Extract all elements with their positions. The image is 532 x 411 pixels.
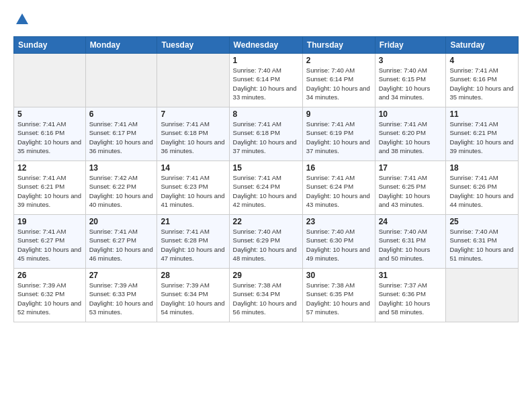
day-number: 4	[449, 56, 515, 65]
day-info: Sunrise: 7:41 AM Sunset: 6:19 PM Dayligh…	[306, 120, 371, 155]
calendar-week-0: 1Sunrise: 7:40 AM Sunset: 6:14 PM Daylig…	[14, 54, 519, 107]
day-info: Sunrise: 7:37 AM Sunset: 6:36 PM Dayligh…	[379, 281, 443, 316]
day-info: Sunrise: 7:39 AM Sunset: 6:33 PM Dayligh…	[89, 281, 154, 316]
calendar-cell: 4Sunrise: 7:41 AM Sunset: 6:16 PM Daylig…	[446, 54, 519, 107]
day-number: 9	[306, 109, 371, 119]
day-info: Sunrise: 7:39 AM Sunset: 6:34 PM Dayligh…	[161, 281, 225, 316]
calendar-week-3: 19Sunrise: 7:41 AM Sunset: 6:27 PM Dayli…	[14, 215, 519, 269]
day-number: 13	[89, 163, 154, 173]
calendar-cell: 23Sunrise: 7:40 AM Sunset: 6:30 PM Dayli…	[302, 215, 375, 269]
day-info: Sunrise: 7:41 AM Sunset: 6:26 PM Dayligh…	[449, 173, 515, 209]
day-number: 30	[306, 271, 371, 280]
calendar-header-friday: Friday	[375, 37, 446, 54]
day-info: Sunrise: 7:41 AM Sunset: 6:27 PM Dayligh…	[89, 227, 154, 263]
day-number: 10	[379, 109, 443, 119]
day-number: 18	[449, 163, 515, 173]
calendar-cell: 28Sunrise: 7:39 AM Sunset: 6:34 PM Dayli…	[157, 269, 229, 322]
day-info: Sunrise: 7:40 AM Sunset: 6:14 PM Dayligh…	[306, 66, 371, 101]
day-number: 19	[17, 217, 82, 226]
calendar-cell: 3Sunrise: 7:40 AM Sunset: 6:15 PM Daylig…	[375, 54, 446, 107]
calendar-header-thursday: Thursday	[302, 37, 375, 54]
day-number: 3	[379, 56, 443, 65]
calendar-cell: 11Sunrise: 7:41 AM Sunset: 6:21 PM Dayli…	[446, 107, 519, 161]
day-info: Sunrise: 7:39 AM Sunset: 6:32 PM Dayligh…	[17, 281, 82, 316]
calendar-week-4: 26Sunrise: 7:39 AM Sunset: 6:32 PM Dayli…	[14, 269, 519, 322]
calendar-cell: 27Sunrise: 7:39 AM Sunset: 6:33 PM Dayli…	[85, 269, 157, 322]
day-number: 1	[233, 56, 299, 65]
calendar-cell: 25Sunrise: 7:40 AM Sunset: 6:31 PM Dayli…	[446, 215, 519, 269]
calendar-cell: 21Sunrise: 7:41 AM Sunset: 6:28 PM Dayli…	[157, 215, 229, 269]
day-info: Sunrise: 7:41 AM Sunset: 6:20 PM Dayligh…	[379, 120, 443, 155]
calendar-cell: 7Sunrise: 7:41 AM Sunset: 6:18 PM Daylig…	[157, 107, 229, 161]
day-number: 17	[379, 163, 443, 173]
day-info: Sunrise: 7:41 AM Sunset: 6:25 PM Dayligh…	[379, 173, 443, 209]
day-number: 20	[89, 217, 154, 226]
day-info: Sunrise: 7:41 AM Sunset: 6:16 PM Dayligh…	[449, 66, 515, 101]
day-number: 21	[161, 217, 225, 226]
calendar-cell	[85, 54, 157, 107]
day-number: 15	[233, 163, 299, 173]
day-info: Sunrise: 7:41 AM Sunset: 6:24 PM Dayligh…	[233, 173, 299, 209]
calendar-cell: 5Sunrise: 7:41 AM Sunset: 6:16 PM Daylig…	[14, 107, 86, 161]
day-number: 2	[306, 56, 371, 65]
calendar-cell: 29Sunrise: 7:38 AM Sunset: 6:34 PM Dayli…	[229, 269, 302, 322]
day-number: 29	[233, 271, 299, 280]
day-number: 23	[306, 217, 371, 226]
day-info: Sunrise: 7:38 AM Sunset: 6:35 PM Dayligh…	[306, 281, 371, 316]
day-number: 12	[17, 163, 82, 173]
calendar-cell: 12Sunrise: 7:41 AM Sunset: 6:21 PM Dayli…	[14, 161, 86, 215]
calendar-cell: 26Sunrise: 7:39 AM Sunset: 6:32 PM Dayli…	[14, 269, 86, 322]
day-info: Sunrise: 7:40 AM Sunset: 6:29 PM Dayligh…	[233, 227, 299, 263]
calendar-cell	[446, 269, 519, 322]
day-info: Sunrise: 7:41 AM Sunset: 6:18 PM Dayligh…	[233, 120, 299, 155]
calendar-cell	[157, 54, 229, 107]
calendar-cell: 22Sunrise: 7:40 AM Sunset: 6:29 PM Dayli…	[229, 215, 302, 269]
day-number: 27	[89, 271, 154, 280]
calendar-cell: 15Sunrise: 7:41 AM Sunset: 6:24 PM Dayli…	[229, 161, 302, 215]
day-number: 26	[17, 271, 82, 280]
day-info: Sunrise: 7:41 AM Sunset: 6:21 PM Dayligh…	[17, 173, 82, 209]
day-number: 6	[89, 109, 154, 119]
calendar-header-tuesday: Tuesday	[157, 37, 229, 54]
calendar-cell: 24Sunrise: 7:40 AM Sunset: 6:31 PM Dayli…	[375, 215, 446, 269]
day-info: Sunrise: 7:41 AM Sunset: 6:23 PM Dayligh…	[161, 173, 225, 209]
day-info: Sunrise: 7:40 AM Sunset: 6:31 PM Dayligh…	[449, 227, 515, 263]
day-number: 8	[233, 109, 299, 119]
calendar-cell: 20Sunrise: 7:41 AM Sunset: 6:27 PM Dayli…	[85, 215, 157, 269]
day-info: Sunrise: 7:40 AM Sunset: 6:14 PM Dayligh…	[233, 66, 299, 101]
calendar-week-2: 12Sunrise: 7:41 AM Sunset: 6:21 PM Dayli…	[14, 161, 519, 215]
calendar-cell: 1Sunrise: 7:40 AM Sunset: 6:14 PM Daylig…	[229, 54, 302, 107]
day-info: Sunrise: 7:40 AM Sunset: 6:15 PM Dayligh…	[379, 66, 443, 101]
calendar-cell: 19Sunrise: 7:41 AM Sunset: 6:27 PM Dayli…	[14, 215, 86, 269]
logo-icon	[15, 12, 30, 27]
day-number: 16	[306, 163, 371, 173]
day-info: Sunrise: 7:41 AM Sunset: 6:21 PM Dayligh…	[449, 120, 515, 155]
calendar-cell: 9Sunrise: 7:41 AM Sunset: 6:19 PM Daylig…	[302, 107, 375, 161]
day-info: Sunrise: 7:40 AM Sunset: 6:30 PM Dayligh…	[306, 227, 371, 263]
calendar-cell: 6Sunrise: 7:41 AM Sunset: 6:17 PM Daylig…	[85, 107, 157, 161]
page: SundayMondayTuesdayWednesdayThursdayFrid…	[0, 0, 532, 411]
day-info: Sunrise: 7:38 AM Sunset: 6:34 PM Dayligh…	[233, 281, 299, 316]
day-number: 7	[161, 109, 225, 119]
calendar-header-wednesday: Wednesday	[229, 37, 302, 54]
day-number: 25	[449, 217, 515, 226]
logo	[13, 12, 31, 30]
calendar-cell	[14, 54, 86, 107]
calendar-header-sunday: Sunday	[14, 37, 86, 54]
calendar-cell: 2Sunrise: 7:40 AM Sunset: 6:14 PM Daylig…	[302, 54, 375, 107]
calendar: SundayMondayTuesdayWednesdayThursdayFrid…	[13, 36, 519, 322]
day-number: 24	[379, 217, 443, 226]
calendar-cell: 30Sunrise: 7:38 AM Sunset: 6:35 PM Dayli…	[302, 269, 375, 322]
calendar-cell: 18Sunrise: 7:41 AM Sunset: 6:26 PM Dayli…	[446, 161, 519, 215]
calendar-cell: 17Sunrise: 7:41 AM Sunset: 6:25 PM Dayli…	[375, 161, 446, 215]
day-number: 14	[161, 163, 225, 173]
calendar-header-row: SundayMondayTuesdayWednesdayThursdayFrid…	[14, 37, 519, 54]
day-info: Sunrise: 7:41 AM Sunset: 6:27 PM Dayligh…	[17, 227, 82, 263]
calendar-header-monday: Monday	[85, 37, 157, 54]
calendar-week-1: 5Sunrise: 7:41 AM Sunset: 6:16 PM Daylig…	[14, 107, 519, 161]
calendar-cell: 16Sunrise: 7:41 AM Sunset: 6:24 PM Dayli…	[302, 161, 375, 215]
day-info: Sunrise: 7:41 AM Sunset: 6:16 PM Dayligh…	[17, 120, 82, 155]
day-info: Sunrise: 7:41 AM Sunset: 6:24 PM Dayligh…	[306, 173, 371, 209]
calendar-cell: 31Sunrise: 7:37 AM Sunset: 6:36 PM Dayli…	[375, 269, 446, 322]
day-info: Sunrise: 7:41 AM Sunset: 6:18 PM Dayligh…	[161, 120, 225, 155]
